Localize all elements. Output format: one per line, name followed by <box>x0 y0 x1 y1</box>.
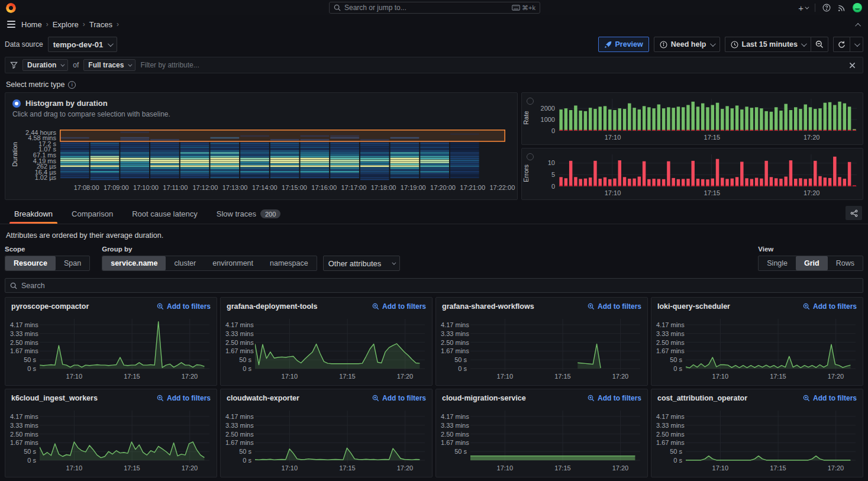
add-to-filters-link[interactable]: Add to filters <box>588 394 641 402</box>
tab-comparison[interactable]: Comparison <box>67 206 118 224</box>
user-avatar[interactable] <box>853 3 862 12</box>
duration-line-chart[interactable]: 4.17 mins3.33 mins2.50 mins1.67 mins50 s… <box>225 408 427 473</box>
axis-tick-label: 17:09:00 <box>104 184 129 191</box>
shortcut-hint: ⌘+k <box>512 4 535 12</box>
axis-tick-label: 17:10 <box>282 464 298 472</box>
add-to-filters-link[interactable]: Add to filters <box>157 302 211 311</box>
groupby-option-namespace[interactable]: namespace <box>262 256 317 270</box>
breakdown-search-input[interactable] <box>21 282 858 290</box>
axis-tick-label: 1.02 µs <box>21 174 56 181</box>
zoom-out-button[interactable] <box>811 37 828 52</box>
duration-select[interactable]: Duration <box>22 59 68 71</box>
tab-slow-traces[interactable]: Slow traces200 <box>212 206 286 224</box>
view-option-grid[interactable]: Grid <box>796 256 828 270</box>
axis-tick-label: 5 <box>534 171 555 178</box>
news-feed-icon[interactable] <box>838 4 846 12</box>
clock-icon <box>731 41 738 49</box>
groupby-option-cluster[interactable]: cluster <box>166 256 204 270</box>
axis-tick-label: 17:20:00 <box>430 184 456 191</box>
scope-option-span[interactable]: Span <box>56 256 89 270</box>
breadcrumb-separator-icon: › <box>117 20 119 28</box>
filter-by-attribute-input[interactable] <box>140 61 842 69</box>
histogram-hint: Click and drag to compare selection with… <box>12 110 510 118</box>
bar-chart[interactable] <box>559 99 857 131</box>
traces-type-value: Full traces <box>88 61 124 69</box>
filter-bar: Duration of Full traces <box>5 57 863 73</box>
axis-tick-label: 50 s <box>10 448 36 455</box>
add-to-filters-link[interactable]: Add to filters <box>372 302 426 311</box>
collapse-chevron-up-icon[interactable] <box>857 20 861 29</box>
data-source-select[interactable]: tempo-dev-01 <box>48 37 118 52</box>
axis-tick-label: 50 s <box>441 356 467 363</box>
groupby-option-environment[interactable]: environment <box>204 256 262 270</box>
breakdown-search[interactable] <box>5 278 863 293</box>
grafana-logo-icon[interactable] <box>6 3 16 13</box>
line-chart-svg <box>255 411 425 463</box>
duration-line-chart[interactable]: 4.17 mins3.33 mins2.50 mins1.67 mins50 s… <box>656 317 858 382</box>
axis-tick-label: 1.67 mins <box>441 439 467 446</box>
axis-tick-label: 17:15 <box>339 464 356 472</box>
refresh-interval-dropdown[interactable] <box>850 37 863 52</box>
axis-tick-label: 17:20 <box>182 464 198 472</box>
duration-heatmap[interactable]: Duration2.44 hours4.58 mins17.2 s1.07 s6… <box>12 128 510 197</box>
duration-line-chart[interactable]: 4.17 mins3.33 mins2.50 mins1.67 mins50 s… <box>656 408 858 473</box>
rate-panel: Rate20001000017:1017:1517:20 <box>521 92 863 145</box>
axis-tick-label: 17:10 <box>282 373 298 380</box>
breadcrumb-item[interactable]: Explore <box>53 20 79 29</box>
axis-tick-label: 1.67 mins <box>441 347 467 354</box>
bar-chart[interactable] <box>559 154 857 187</box>
groupby-option-service-name[interactable]: service.name <box>102 256 166 270</box>
axis-tick-label: 17:13:00 <box>222 184 248 191</box>
axis-tick-label: 17:12:00 <box>192 184 218 191</box>
magnifier-plus-icon <box>803 303 810 310</box>
axis-tick-label: 17:16:00 <box>311 184 337 191</box>
view-option-rows[interactable]: Rows <box>828 256 863 270</box>
axis-tick-label: 0 s <box>10 365 36 372</box>
global-search-input[interactable] <box>344 4 508 12</box>
keyboard-icon <box>512 5 520 11</box>
need-help-button[interactable]: Need help <box>654 37 720 52</box>
refresh-icon <box>838 41 846 49</box>
breadcrumb-item[interactable]: Home <box>21 20 42 29</box>
duration-line-chart[interactable]: 4.17 mins3.33 mins2.50 mins1.67 mins50 s… <box>441 317 643 382</box>
add-to-filters-link[interactable]: Add to filters <box>157 394 211 402</box>
axis-tick-label: 4.17 mins <box>10 413 36 420</box>
axis-tick-label: 2.50 mins <box>10 339 36 346</box>
global-search[interactable]: ⌘+k <box>329 2 540 14</box>
menu-toggle-icon[interactable] <box>7 21 15 28</box>
heatmap-canvas[interactable] <box>60 130 509 180</box>
bar-y-axis-title: Rate <box>522 104 530 131</box>
tab-breakdown[interactable]: Breakdown <box>9 206 57 224</box>
view-option-single[interactable]: Single <box>759 256 796 270</box>
histogram-radio[interactable] <box>12 99 21 108</box>
other-attributes-select[interactable]: Other attributes <box>323 256 400 271</box>
errors-radio[interactable] <box>527 153 534 160</box>
scope-option-resource[interactable]: Resource <box>5 256 56 270</box>
clear-filter-icon[interactable] <box>847 61 858 70</box>
groupby-segmented: service.nameclusterenvironmentnamespace <box>102 256 317 271</box>
refresh-button[interactable] <box>833 37 850 52</box>
metric-type-label: Select metric type <box>6 80 64 89</box>
add-to-filters-link[interactable]: Add to filters <box>588 302 641 311</box>
axis-tick-label: 4.17 mins <box>656 413 682 420</box>
add-to-filters-link[interactable]: Add to filters <box>803 302 857 311</box>
axis-tick-label: 50 s <box>441 448 467 455</box>
duration-line-chart[interactable]: 4.17 mins3.33 mins2.50 mins1.67 mins50 s… <box>10 317 212 382</box>
add-new-button[interactable]: + <box>798 3 808 13</box>
tab-root-cause-latency[interactable]: Root cause latency <box>127 206 202 224</box>
duration-line-chart[interactable]: 4.17 mins3.33 mins2.50 mins1.67 mins50 s… <box>225 317 427 382</box>
axis-tick-label: 3.33 mins <box>225 422 251 429</box>
add-to-filters-link[interactable]: Add to filters <box>372 394 426 402</box>
breadcrumb-item[interactable]: Traces <box>89 20 112 29</box>
metric-info-icon[interactable]: i <box>68 81 76 89</box>
axis-tick-label: 17:20 <box>612 373 629 380</box>
traces-type-select[interactable]: Full traces <box>83 59 135 71</box>
add-to-filters-link[interactable]: Add to filters <box>803 394 857 402</box>
preview-button[interactable]: Preview <box>598 37 649 52</box>
share-button[interactable] <box>846 206 862 220</box>
help-icon[interactable] <box>822 4 831 12</box>
time-range-button[interactable]: Last 15 minutes <box>725 37 811 52</box>
duration-line-chart[interactable]: 4.17 mins3.33 mins2.50 mins1.67 mins50 s… <box>441 408 643 473</box>
duration-line-chart[interactable]: 4.17 mins3.33 mins2.50 mins1.67 mins50 s… <box>10 408 212 473</box>
histogram-panel: Histogram by duration Click and drag to … <box>5 92 518 200</box>
